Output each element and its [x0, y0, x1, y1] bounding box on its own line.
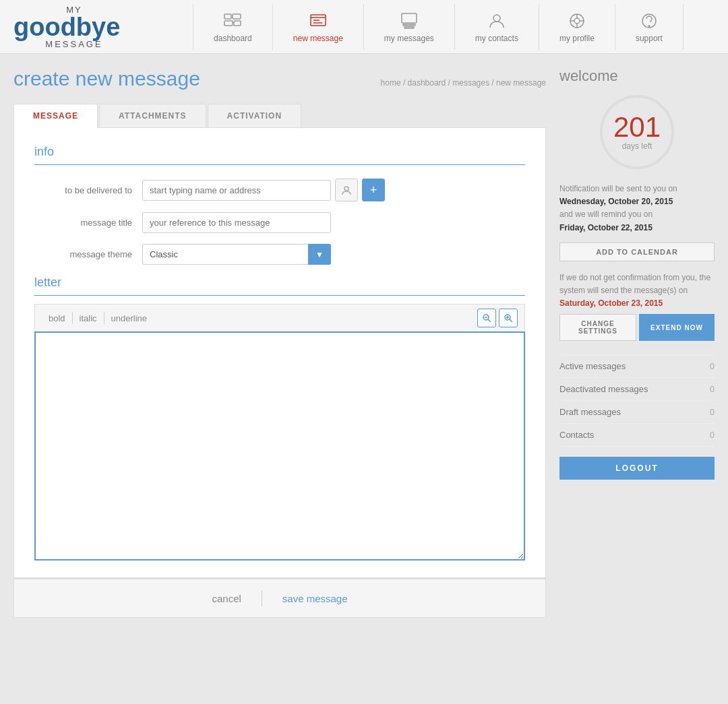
warning-text: If we do not get confirmation from you, … [559, 271, 715, 311]
svg-line-22 [488, 319, 491, 322]
tab-message[interactable]: MESSAGE [13, 104, 98, 128]
notification-text: Notification will be sent to you on Wedn… [559, 183, 715, 234]
support-icon [637, 11, 661, 31]
stats-contacts: Contacts 0 [559, 424, 715, 447]
logo-message: MESSAGE [13, 40, 135, 49]
my-contacts-icon [485, 11, 509, 31]
nav-item-my-messages[interactable]: my messages [364, 4, 455, 50]
stats-count-contacts: 0 [710, 430, 715, 440]
svg-point-11 [493, 15, 500, 22]
underline-button[interactable]: underline [104, 311, 154, 325]
header: MY goodbye MESSAGE dashboard [0, 0, 728, 54]
form-card: info to be delivered to + [13, 127, 546, 578]
stats-active-messages: Active messages 0 [559, 355, 715, 378]
message-theme-row: message theme Classic Modern Elegant ▼ [34, 244, 525, 265]
svg-rect-8 [402, 13, 417, 23]
logo-goodbye: goodbye [13, 14, 135, 40]
delivered-to-input[interactable] [142, 180, 331, 201]
nav-item-new-message[interactable]: new message [273, 4, 364, 50]
tabs-container: MESSAGE ATTACHMENTS ACTIVATION info to b… [13, 104, 546, 618]
letter-section-title: letter [34, 276, 525, 296]
main-nav: dashboard new message [162, 4, 715, 50]
nav-label-my-messages: my messages [384, 34, 434, 43]
cancel-button[interactable]: cancel [212, 593, 241, 604]
svg-point-19 [648, 26, 650, 27]
my-profile-icon [565, 11, 589, 31]
add-to-calendar-button[interactable]: ADD TO CALENDAR [559, 243, 715, 261]
page-header: create new message home / dashboard / me… [13, 67, 546, 90]
tab-attachments[interactable]: ATTACHMENTS [99, 104, 206, 128]
editor-toolbar: bold italic underline [34, 304, 525, 331]
svg-rect-2 [224, 21, 233, 26]
sidebar-action-buttons: CHANGE SETTINGS EXTEND NOW [559, 314, 715, 341]
info-section-title: info [34, 145, 525, 165]
svg-point-13 [574, 18, 580, 24]
message-title-input[interactable] [142, 212, 331, 233]
message-theme-controls: Classic Modern Elegant ▼ [142, 244, 525, 265]
nav-label-dashboard: dashboard [214, 34, 252, 43]
message-title-controls [142, 212, 525, 233]
svg-point-20 [344, 187, 348, 191]
change-settings-button[interactable]: CHANGE SETTINGS [559, 314, 636, 341]
svg-rect-0 [224, 14, 231, 19]
extend-now-button[interactable]: EXTEND NOW [639, 314, 715, 341]
content-area: create new message home / dashboard / me… [13, 67, 546, 618]
delivered-to-row: to be delivered to + [34, 179, 525, 201]
theme-select-wrapper: Classic Modern Elegant ▼ [142, 244, 331, 265]
message-editor[interactable] [34, 331, 525, 561]
save-message-button[interactable]: save message [282, 593, 348, 604]
sidebar-welcome: welcome [559, 67, 715, 85]
delivered-to-label: to be delivered to [34, 185, 142, 195]
stats-count-draft: 0 [710, 407, 715, 417]
notification-date-1: Wednesday, October 20, 2015 [559, 197, 673, 206]
nav-item-support[interactable]: support [615, 4, 684, 50]
plus-icon: + [370, 184, 377, 196]
nav-label-new-message: new message [293, 34, 343, 43]
logout-button[interactable]: LOGOUT [559, 457, 715, 480]
stats-label-draft: Draft messages [559, 407, 621, 417]
days-number: 201 [613, 113, 661, 141]
main-layout: create new message home / dashboard / me… [0, 54, 728, 631]
days-circle: 201 days left [600, 95, 674, 169]
stats-label-deactivated: Deactivated messages [559, 384, 648, 394]
my-messages-icon [397, 11, 421, 31]
logo: MY goodbye MESSAGE [13, 5, 135, 49]
tabs: MESSAGE ATTACHMENTS ACTIVATION [13, 104, 546, 128]
stats-draft-messages: Draft messages 0 [559, 401, 715, 424]
form-footer: cancel save message [13, 578, 546, 618]
stats-list: Active messages 0 Deactivated messages 0… [559, 354, 715, 447]
warning-date: Saturday, October 23, 2015 [559, 298, 663, 308]
svg-rect-9 [403, 24, 415, 26]
nav-item-my-profile[interactable]: my profile [539, 4, 615, 50]
nav-label-support: support [636, 34, 663, 43]
message-title-row: message title [34, 212, 525, 233]
nav-item-my-contacts[interactable]: my contacts [455, 4, 539, 50]
svg-rect-3 [234, 21, 241, 26]
bold-button[interactable]: bold [42, 311, 72, 325]
letter-section: letter bold italic underline [34, 276, 525, 561]
notification-date-2: Friday, October 22, 2015 [559, 223, 653, 232]
italic-button[interactable]: italic [73, 311, 104, 325]
sidebar: welcome 201 days left Notification will … [559, 67, 715, 618]
svg-rect-10 [404, 27, 414, 28]
nav-item-dashboard[interactable]: dashboard [193, 4, 273, 50]
theme-select[interactable]: Classic Modern Elegant [142, 244, 331, 265]
days-label: days left [622, 141, 653, 151]
svg-rect-1 [233, 14, 241, 19]
stats-label-active: Active messages [559, 361, 626, 371]
stats-count-active: 0 [710, 361, 715, 371]
zoom-in-button[interactable] [499, 309, 518, 327]
nav-label-my-contacts: my contacts [475, 34, 518, 43]
breadcrumb: home / dashboard / messages / new messag… [381, 78, 546, 88]
page-title: create new message [13, 67, 200, 90]
zoom-out-button[interactable] [477, 309, 496, 327]
svg-line-25 [510, 319, 512, 322]
tab-activation[interactable]: ACTIVATION [208, 104, 302, 128]
stats-count-deactivated: 0 [710, 384, 715, 394]
message-theme-label: message theme [34, 249, 142, 259]
add-contact-button[interactable]: + [362, 179, 385, 201]
contact-picker-button[interactable] [335, 179, 358, 201]
nav-label-my-profile: my profile [559, 34, 595, 43]
delivered-to-controls: + [142, 179, 525, 201]
message-title-label: message title [34, 218, 142, 228]
